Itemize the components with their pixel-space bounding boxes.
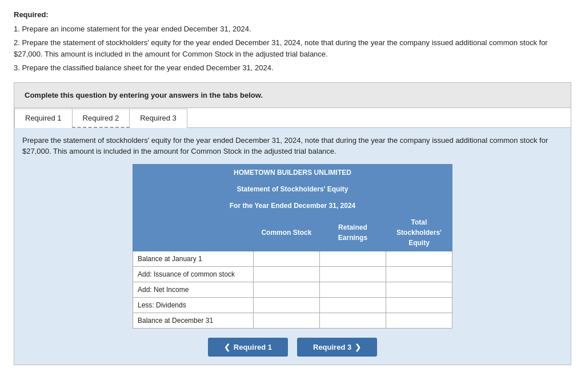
company-name-cell: HOMETOWN BUILDERS UNLIMITED: [133, 164, 452, 181]
input-balance-jan-common[interactable]: [253, 251, 319, 266]
input-dividends-retained[interactable]: [319, 297, 386, 313]
input-net-income-retained[interactable]: [319, 282, 386, 297]
row-label-balance-jan: Balance at January 1: [133, 251, 254, 266]
next-button[interactable]: Required 3: [297, 338, 377, 357]
tabs-row: Required 1 Required 2 Required 3: [14, 108, 571, 128]
table-row: Balance at December 31: [133, 313, 452, 328]
input-net-income-retained-field[interactable]: [324, 285, 381, 295]
statement-title-row: Statement of Stockholders' Equity: [133, 181, 452, 197]
next-button-label: Required 3: [313, 343, 351, 351]
tab-required-1[interactable]: Required 1: [14, 109, 73, 128]
instruction-3: 3. Prepare the classified balance sheet …: [14, 62, 571, 74]
prev-button-label: Required 1: [234, 343, 272, 351]
complete-box: Complete this question by entering your …: [14, 82, 571, 108]
table-row: Add: Net Income: [133, 282, 452, 297]
input-net-income-total-field[interactable]: [391, 285, 447, 295]
input-issuance-common[interactable]: [253, 266, 319, 282]
row-label-issuance: Add: Issuance of common stock: [133, 266, 254, 282]
input-balance-dec-retained[interactable]: [319, 313, 386, 328]
tab-content: Prepare the statement of stockholders' e…: [14, 128, 571, 365]
tabs-container: Required 1 Required 2 Required 3 Prepare…: [14, 108, 571, 365]
input-balance-jan-retained[interactable]: [319, 251, 386, 266]
company-name-row: HOMETOWN BUILDERS UNLIMITED: [133, 164, 452, 181]
table-row: Add: Issuance of common stock: [133, 266, 452, 282]
input-net-income-common[interactable]: [253, 282, 319, 297]
input-balance-jan-total[interactable]: [386, 251, 452, 266]
input-issuance-common-field[interactable]: [258, 269, 315, 279]
tab-description: Prepare the statement of stockholders' e…: [22, 135, 563, 157]
input-balance-dec-common-field[interactable]: [258, 315, 315, 326]
input-issuance-retained-field[interactable]: [324, 269, 381, 279]
input-net-income-total[interactable]: [386, 282, 452, 297]
input-balance-dec-total[interactable]: [386, 313, 452, 328]
input-issuance-total[interactable]: [386, 266, 452, 282]
row-label-net-income: Add: Net Income: [133, 282, 254, 297]
statement-title-cell: Statement of Stockholders' Equity: [133, 181, 452, 197]
chevron-left-icon: [224, 343, 230, 351]
chevron-right-icon: [355, 343, 361, 351]
input-dividends-retained-field[interactable]: [324, 300, 381, 310]
statement-section: HOMETOWN BUILDERS UNLIMITED Statement of…: [22, 164, 563, 357]
instructions-section: 1. Prepare an income statement for the y…: [14, 23, 571, 74]
input-balance-jan-common-field[interactable]: [258, 254, 315, 264]
col-label-header: [133, 214, 254, 251]
required-header: Required:: [14, 10, 571, 19]
col-common-stock-header: Common Stock: [253, 214, 319, 251]
prev-button[interactable]: Required 1: [208, 338, 288, 357]
input-net-income-common-field[interactable]: [258, 285, 315, 295]
statement-period-row: For the Year Ended December 31, 2024: [133, 197, 452, 214]
col-total-header: Total Stockholders' Equity: [386, 214, 452, 251]
instruction-2: 2. Prepare the statement of stockholders…: [14, 37, 571, 60]
tab-required-2[interactable]: Required 2: [72, 109, 130, 128]
input-dividends-common-field[interactable]: [258, 300, 315, 310]
input-dividends-total[interactable]: [386, 297, 452, 313]
input-balance-jan-retained-field[interactable]: [324, 254, 381, 264]
table-row: Balance at January 1: [133, 251, 452, 266]
input-dividends-total-field[interactable]: [391, 300, 447, 310]
input-balance-dec-retained-field[interactable]: [324, 315, 381, 326]
input-balance-dec-total-field[interactable]: [391, 315, 447, 326]
input-balance-dec-common[interactable]: [253, 313, 319, 328]
nav-buttons: Required 1 Required 3: [208, 338, 377, 357]
input-balance-jan-total-field[interactable]: [391, 254, 447, 264]
input-issuance-retained[interactable]: [319, 266, 386, 282]
stockholders-equity-table: HOMETOWN BUILDERS UNLIMITED Statement of…: [133, 164, 452, 329]
row-label-dividends: Less: Dividends: [133, 297, 254, 313]
input-dividends-common[interactable]: [253, 297, 319, 313]
input-issuance-total-field[interactable]: [391, 269, 447, 279]
tab-required-3[interactable]: Required 3: [129, 109, 187, 128]
statement-period-cell: For the Year Ended December 31, 2024: [133, 197, 452, 214]
table-row: Less: Dividends: [133, 297, 452, 313]
col-retained-earnings-header: Retained Earnings: [319, 214, 386, 251]
instruction-1: 1. Prepare an income statement for the y…: [14, 23, 571, 35]
row-label-balance-dec: Balance at December 31: [133, 313, 254, 328]
column-headers-row: Common Stock Retained Earnings Total Sto…: [133, 214, 452, 251]
